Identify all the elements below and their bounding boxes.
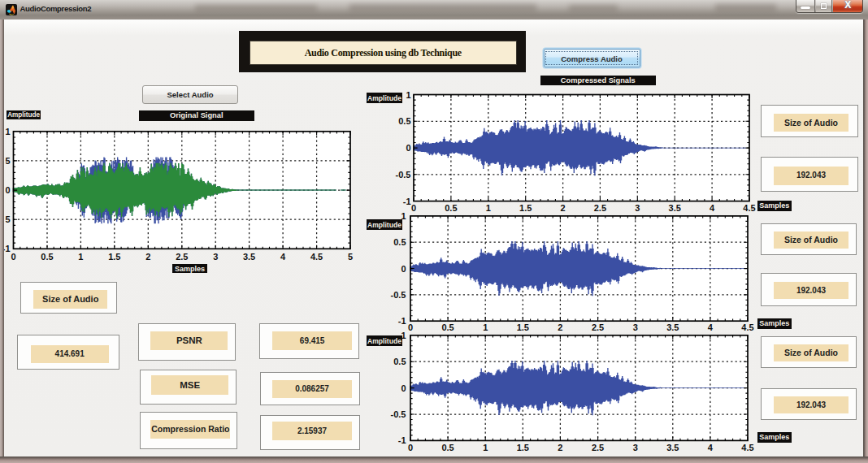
svg-text:-1: -1 xyxy=(398,435,406,445)
svg-text:1: 1 xyxy=(486,203,491,213)
svg-text:4.5: 4.5 xyxy=(310,252,323,262)
svg-text:1: 1 xyxy=(78,252,83,262)
svg-text:1: 1 xyxy=(5,127,10,136)
svg-text:0.5: 0.5 xyxy=(393,237,406,247)
svg-text:1.5: 1.5 xyxy=(108,252,120,262)
svg-text:2: 2 xyxy=(558,322,562,332)
svg-text:4: 4 xyxy=(708,322,714,332)
svg-text:1: 1 xyxy=(483,322,488,332)
svg-text:0: 0 xyxy=(408,322,413,332)
svg-text:0: 0 xyxy=(11,252,15,262)
svg-text:0: 0 xyxy=(411,203,416,213)
svg-text:4.5: 4.5 xyxy=(741,443,753,452)
svg-text:3.5: 3.5 xyxy=(243,252,255,262)
svg-text:1.5: 1.5 xyxy=(519,203,532,213)
svg-text:2.5: 2.5 xyxy=(592,322,604,332)
svg-text:0.5: 0.5 xyxy=(398,116,410,126)
svg-text:1.5: 1.5 xyxy=(517,443,529,452)
svg-text:2.5: 2.5 xyxy=(176,252,188,262)
svg-text:3: 3 xyxy=(633,443,638,452)
svg-text:-1: -1 xyxy=(398,316,406,326)
svg-text:4: 4 xyxy=(708,443,714,452)
svg-text:1: 1 xyxy=(401,331,406,340)
svg-text:0: 0 xyxy=(408,443,413,452)
svg-text:3.5: 3.5 xyxy=(666,322,679,332)
svg-text:1: 1 xyxy=(406,90,410,100)
svg-text:0.5: 0.5 xyxy=(393,357,406,366)
svg-text:-0.5: -0.5 xyxy=(396,170,411,180)
svg-text:5: 5 xyxy=(348,252,353,262)
svg-text:0: 0 xyxy=(406,143,410,153)
svg-text:5: 5 xyxy=(5,156,10,166)
svg-text:1: 1 xyxy=(483,443,488,452)
svg-text:3: 3 xyxy=(213,252,218,262)
svg-text:4.5: 4.5 xyxy=(741,322,753,332)
svg-text:2: 2 xyxy=(561,203,566,213)
svg-text:4.5: 4.5 xyxy=(743,203,755,213)
svg-text:2: 2 xyxy=(145,252,150,262)
svg-text:0: 0 xyxy=(401,383,406,393)
svg-text:3: 3 xyxy=(635,203,640,213)
svg-text:4: 4 xyxy=(280,252,286,262)
svg-text:0.5: 0.5 xyxy=(41,252,53,262)
svg-text:2: 2 xyxy=(558,443,562,452)
svg-text:0: 0 xyxy=(5,185,10,195)
svg-text:0: 0 xyxy=(401,264,406,274)
svg-text:0.5: 0.5 xyxy=(441,322,454,332)
svg-text:1.5: 1.5 xyxy=(517,322,529,332)
svg-text:2.5: 2.5 xyxy=(592,443,604,452)
svg-text:2.5: 2.5 xyxy=(594,203,606,213)
svg-text:1: 1 xyxy=(401,211,406,221)
svg-text:3: 3 xyxy=(633,322,638,332)
svg-text:-0.5: -0.5 xyxy=(391,409,406,419)
svg-text:4: 4 xyxy=(710,203,715,213)
svg-text:0.5: 0.5 xyxy=(445,203,457,213)
svg-text:-0.5: -0.5 xyxy=(391,290,406,300)
svg-text:5: 5 xyxy=(5,214,10,224)
svg-text:3.5: 3.5 xyxy=(666,443,679,452)
svg-text:0.5: 0.5 xyxy=(441,443,454,452)
svg-text:3.5: 3.5 xyxy=(669,203,681,213)
svg-text:-1: -1 xyxy=(403,197,411,206)
